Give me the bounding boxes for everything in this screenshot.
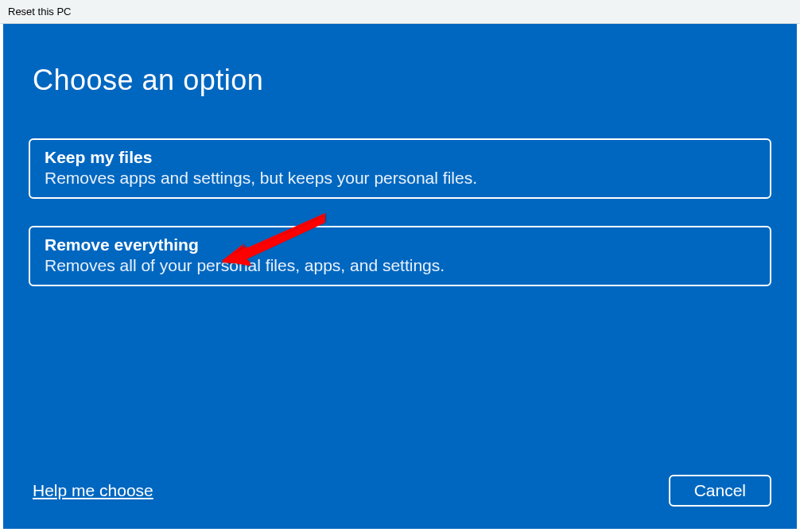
cancel-button[interactable]: Cancel (669, 475, 771, 507)
footer: Help me choose Cancel (29, 475, 771, 507)
option-description: Removes all of your personal files, apps… (45, 256, 755, 275)
main-panel: Choose an option Keep my files Removes a… (3, 24, 797, 529)
help-me-choose-link[interactable]: Help me choose (33, 481, 153, 500)
titlebar: Reset this PC (0, 0, 800, 24)
option-remove-everything[interactable]: Remove everything Removes all of your pe… (29, 226, 771, 286)
option-title: Remove everything (45, 235, 755, 254)
option-title: Keep my files (45, 148, 755, 167)
option-description: Removes apps and settings, but keeps you… (45, 169, 755, 188)
window-title: Reset this PC (8, 6, 71, 17)
page-heading: Choose an option (33, 64, 771, 97)
spacer (29, 313, 771, 475)
option-keep-my-files[interactable]: Keep my files Removes apps and settings,… (29, 138, 771, 199)
